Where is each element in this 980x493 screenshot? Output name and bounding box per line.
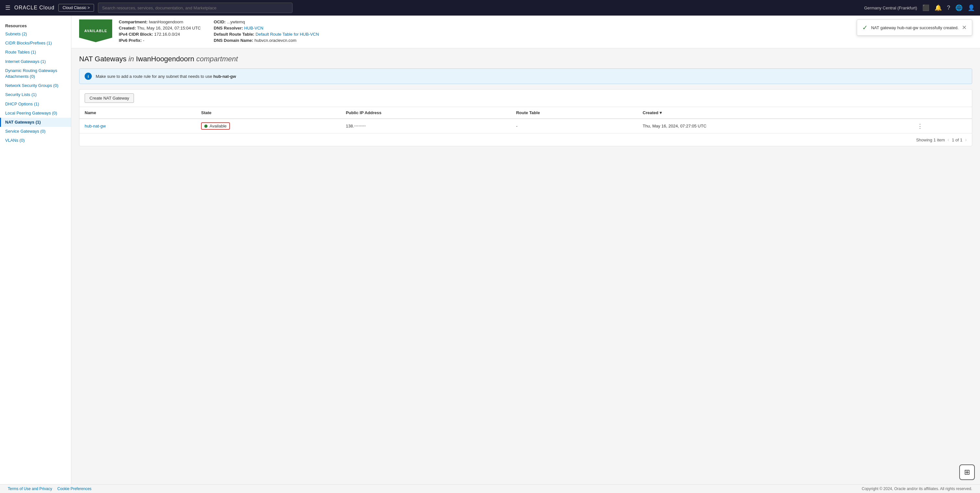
table-footer: Showing 1 item ‹ 1 of 1 › [80,133,972,146]
info-banner-text: Make sure to add a route rule for any su… [95,74,236,79]
main-content: AVAILABLE Compartment: IwanHoogendoorn C… [72,16,980,493]
nav-right-section: Germany Central (Frankfurt) ⬛ 🔔 ? 🌐 👤 [864,4,975,11]
page-footer: Terms of Use and Privacy Cookie Preferen… [0,484,980,493]
terms-link[interactable]: Terms of Use and Privacy [8,487,52,491]
created-label: Created: [119,25,136,30]
state-label: Available [210,124,227,129]
col-state: State [196,107,340,119]
showing-count: Showing 1 item [916,138,945,142]
nat-gateways-table-container: Create NAT Gateway Name State Public IP … [79,89,972,146]
sidebar-item-local-peering-gateways-0-[interactable]: Local Peering Gateways (0) [0,109,71,118]
table-toolbar: Create NAT Gateway [80,89,972,107]
region-selector[interactable]: Germany Central (Frankfurt) [864,5,917,10]
dns-domain-value: hubvcn.oraclevcn.com [255,38,296,43]
sidebar-item-internet-gateways-1-[interactable]: Internet Gateways (1) [0,57,71,66]
globe-icon[interactable]: 🌐 [955,4,963,11]
bell-icon[interactable]: 🔔 [935,4,942,11]
oracle-logo: ORACLE Cloud [14,5,54,11]
footer-links: Terms of Use and Privacy Cookie Preferen… [8,487,91,491]
table-row: hub-nat-gw Available 138.•••••••• - Thu,… [80,119,972,133]
compartment-value: IwanHoogendoorn [149,19,183,24]
next-page-button[interactable]: › [965,137,967,143]
page-info: 1 of 1 [952,138,963,142]
compartment-label-heading: compartment [196,55,238,63]
hamburger-menu-icon[interactable]: ☰ [5,4,10,11]
ocid-label: OCID: [214,19,226,24]
help-widget[interactable]: ⊞ [959,464,975,480]
prev-page-button[interactable]: ‹ [948,137,949,143]
help-widget-icon: ⊞ [964,468,970,477]
cell-created: Thu, May 16, 2024, 07:27:05 UTC [638,119,912,133]
ipv4-value: 172.16.0.0/24 [154,32,180,37]
user-avatar[interactable]: 👤 [968,4,975,11]
cell-state: Available [196,119,340,133]
info-banner: i Make sure to add a route rule for any … [79,68,972,84]
sidebar-item-service-gateways-0-[interactable]: Service Gateways (0) [0,127,71,136]
cloud-classic-button[interactable]: Cloud Classic > [58,4,94,12]
toast-message: NAT gateway hub-nat-gw successfully crea… [871,25,959,30]
resources-sidebar: Resources Subnets (2)CIDR Blocks/Prefixe… [0,16,72,493]
vcn-status-badge: AVAILABLE [79,19,112,42]
sidebar-item-security-lists-1-[interactable]: Security Lists (1) [0,90,71,99]
row-menu-icon[interactable]: ⋮ [917,123,923,129]
vcn-info-bar: AVAILABLE Compartment: IwanHoogendoorn C… [72,16,980,48]
compartment-label: Compartment: [119,19,148,24]
sidebar-item-subnets-2-[interactable]: Subnets (2) [0,30,71,38]
page-content-area: NAT Gateways in IwanHoogendoorn compartm… [72,48,980,153]
sidebar-section-title: Resources [0,21,71,30]
dns-resolver-label: DNS Resolver: [214,25,243,30]
dns-resolver-link[interactable]: HUB-VCN [244,25,263,30]
state-dot-icon [204,124,208,128]
info-icon: i [84,73,92,80]
terminal-icon[interactable]: ⬛ [922,4,929,11]
sidebar-item-vlans-0-[interactable]: VLANs (0) [0,136,71,145]
sidebar-item-dhcp-options-1-[interactable]: DHCP Options (1) [0,100,71,109]
ipv4-label: IPv4 CIDR Block: [119,32,153,37]
default-route-table-link[interactable]: Default Route Table for HUB-VCN [256,32,319,37]
cell-menu[interactable]: ⋮ [912,119,972,133]
cell-route-table: - [511,119,637,133]
ocid-value: ...ywtemq [227,19,245,24]
ipv6-label: IPv6 Prefix: [119,38,142,43]
success-toast: ✓ NAT gateway hub-nat-gw successfully cr… [857,19,972,36]
state-badge: Available [201,122,230,130]
cell-public-ip: 138.•••••••• [340,119,511,133]
global-search-input[interactable] [98,3,293,13]
sidebar-item-nat-gateways-1-[interactable]: NAT Gateways (1) [0,118,71,127]
vcn-details-left: Compartment: IwanHoogendoorn Created: Th… [119,19,201,44]
sidebar-item-network-security-groups-0-[interactable]: Network Security Groups (0) [0,81,71,90]
sidebar-item-cidr-blocks-prefixes-1-[interactable]: CIDR Blocks/Prefixes (1) [0,38,71,48]
cell-name[interactable]: hub-nat-gw [80,119,196,133]
vcn-created-value: Thu, May 16, 2024, 07:15:04 UTC [137,25,201,30]
toast-check-icon: ✓ [862,24,868,32]
col-actions [912,107,972,119]
page-heading: NAT Gateways in IwanHoogendoorn compartm… [79,55,972,63]
col-name: Name [80,107,196,119]
ipv6-value: - [143,38,144,43]
col-route-table: Route Table [511,107,637,119]
help-icon[interactable]: ? [947,5,950,11]
default-route-table-label: Default Route Table: [214,32,254,37]
heading-prefix: NAT Gateways [79,55,126,63]
cookie-link[interactable]: Cookie Preferences [57,487,91,491]
table-header-row: Name State Public IP Address Route Table… [80,107,972,119]
dns-domain-label: DNS Domain Name: [214,38,253,43]
sidebar-item-route-tables-1-[interactable]: Route Tables (1) [0,48,71,57]
toast-close-button[interactable]: ✕ [962,24,967,31]
top-navigation: ☰ ORACLE Cloud Cloud Classic > Germany C… [0,0,980,16]
col-created[interactable]: Created ▾ [638,107,912,119]
heading-in: in [129,55,134,63]
compartment-name-heading: IwanHoogendoorn [136,55,194,63]
nat-gateways-table: Name State Public IP Address Route Table… [80,107,972,133]
col-public-ip: Public IP Address [340,107,511,119]
create-nat-gateway-button[interactable]: Create NAT Gateway [84,94,134,103]
sidebar-item-dynamic-routing-gateways-attachments-0-[interactable]: Dynamic Routing Gateways Attachments (0) [0,66,71,81]
copyright-text: Copyright © 2024, Oracle and/or its affi… [862,487,972,491]
